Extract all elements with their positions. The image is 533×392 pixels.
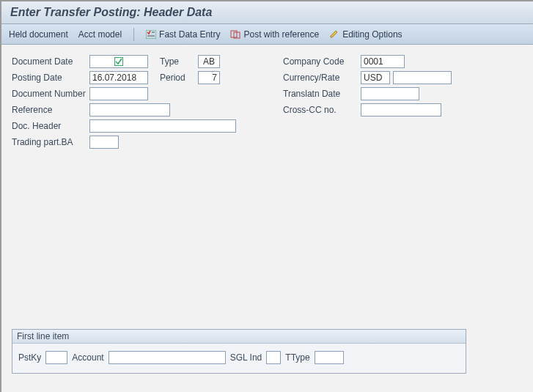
- pstky-field[interactable]: [45, 351, 67, 364]
- type-label: Type: [160, 56, 191, 67]
- sgl-ind-label: SGL Ind: [230, 352, 262, 363]
- account-field[interactable]: [109, 351, 226, 364]
- document-date-field[interactable]: [89, 55, 148, 68]
- reference-field[interactable]: [89, 103, 170, 117]
- currency-rate-label: Currency/Rate: [283, 73, 361, 83]
- rate-field[interactable]: [393, 71, 452, 84]
- doc-header-label: Doc. Header: [12, 121, 89, 131]
- held-document-button[interactable]: Held document: [9, 29, 68, 40]
- document-date-label: Document Date: [12, 56, 89, 67]
- toolbar-label: Acct model: [78, 29, 122, 40]
- company-code-label: Company Code: [283, 56, 361, 67]
- ttype-label: TType: [285, 352, 309, 363]
- trading-part-ba-label: Trading part.BA: [12, 137, 89, 147]
- page-title: Enter Transfer Posting: Header Data: [10, 6, 524, 19]
- currency-field[interactable]: [361, 71, 390, 84]
- first-line-item-group: First line item PstKy Account SGL Ind TT…: [12, 329, 466, 374]
- reference-label: Reference: [12, 105, 89, 115]
- first-line-item-legend: First line item: [12, 330, 466, 344]
- title-bar: Enter Transfer Posting: Header Data: [1, 1, 533, 24]
- fast-data-entry-button[interactable]: Fast Data Entry: [146, 29, 220, 40]
- toolbar-label: Held document: [9, 29, 68, 40]
- toolbar-label: Post with reference: [243, 29, 319, 40]
- checklist-icon: [146, 30, 156, 39]
- period-label: Period: [160, 73, 191, 83]
- toolbar-separator: [133, 28, 134, 41]
- toolbar-label: Editing Options: [342, 29, 402, 40]
- right-column: Company Code Currency/Rate Translatn Dat…: [283, 53, 510, 150]
- trading-part-ba-field[interactable]: [89, 136, 119, 149]
- copy-icon: [230, 30, 240, 39]
- type-field[interactable]: [198, 55, 220, 68]
- toolbar-label: Fast Data Entry: [159, 29, 220, 40]
- cross-cc-no-label: Cross-CC no.: [283, 105, 361, 115]
- content-area: Document Date Type Posting: [1, 45, 533, 392]
- svg-rect-0: [146, 30, 156, 39]
- pencil-icon: [329, 30, 339, 39]
- document-number-field[interactable]: [89, 87, 148, 100]
- editing-options-button[interactable]: Editing Options: [329, 29, 402, 40]
- ttype-field[interactable]: [315, 351, 344, 364]
- sgl-ind-field[interactable]: [266, 351, 281, 364]
- post-with-reference-button[interactable]: Post with reference: [230, 29, 319, 40]
- period-field[interactable]: [198, 71, 220, 84]
- toolbar: Held document Acct model Fast Data Entry…: [1, 24, 533, 45]
- posting-date-field[interactable]: [89, 71, 148, 84]
- account-label: Account: [72, 352, 103, 363]
- left-column: Document Date Type Posting: [12, 53, 261, 150]
- pstky-label: PstKy: [18, 352, 41, 363]
- company-code-field[interactable]: [361, 55, 405, 68]
- document-number-label: Document Number: [12, 89, 89, 99]
- doc-header-field[interactable]: [89, 119, 236, 133]
- translatn-date-label: Translatn Date: [283, 89, 361, 99]
- acct-model-button[interactable]: Acct model: [78, 29, 122, 40]
- cross-cc-no-field[interactable]: [361, 103, 441, 117]
- posting-date-label: Posting Date: [12, 73, 89, 83]
- translatn-date-field[interactable]: [361, 87, 419, 100]
- search-help-icon: [114, 57, 123, 66]
